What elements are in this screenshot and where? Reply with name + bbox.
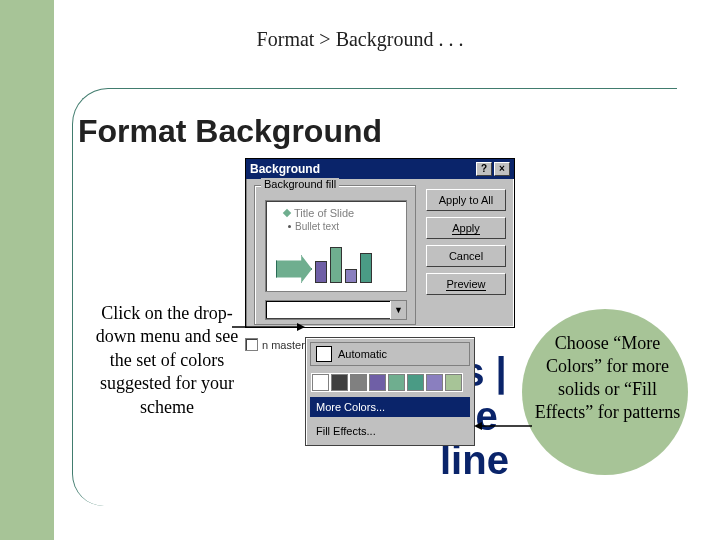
color-swatch-row — [310, 372, 470, 393]
apply-to-all-button[interactable]: Apply to All — [426, 189, 506, 211]
callout-arrow-right-icon — [474, 420, 534, 432]
color-swatch[interactable] — [445, 374, 462, 391]
apply-label: Apply — [452, 222, 480, 235]
svg-marker-1 — [297, 323, 305, 331]
slide-accent-bar — [0, 0, 54, 540]
automatic-swatch-icon — [316, 346, 332, 362]
help-button[interactable]: ? — [476, 162, 492, 176]
preview-title-text: Title of Slide — [294, 207, 354, 219]
color-swatch[interactable] — [350, 374, 367, 391]
automatic-color-option[interactable]: Automatic — [310, 342, 470, 366]
checkbox-icon[interactable] — [245, 338, 258, 351]
dialog-button-column: Apply to All Apply Cancel Preview — [426, 189, 506, 295]
color-swatch[interactable] — [331, 374, 348, 391]
arrow-shape-icon — [276, 255, 312, 283]
preview-graphic — [276, 247, 372, 283]
preview-bullet-row: Bullet text — [274, 221, 398, 232]
bar-icon — [330, 247, 342, 283]
dialog-titlebar: Background ? × — [246, 159, 514, 179]
preview-title-row: Title of Slide — [274, 207, 398, 219]
more-colors-option[interactable]: More Colors... — [310, 397, 470, 417]
background-color-dropdown[interactable]: ▼ — [265, 300, 407, 320]
color-swatch[interactable] — [312, 374, 329, 391]
omit-master-checkbox-row[interactable]: n master — [245, 338, 305, 351]
page-title: Format Background — [78, 113, 382, 150]
diamond-icon — [283, 209, 291, 217]
close-button[interactable]: × — [494, 162, 510, 176]
apply-button[interactable]: Apply — [426, 217, 506, 239]
color-picker-popup: Automatic More Colors... Fill Effects... — [305, 337, 475, 446]
background-dialog: Background ? × Background fill Title of … — [245, 158, 515, 328]
callout-left: Click on the drop-down menu and see the … — [94, 302, 240, 419]
bar-icon — [345, 269, 357, 283]
preview-bullet-text: Bullet text — [295, 221, 339, 232]
color-swatch[interactable] — [426, 374, 443, 391]
svg-marker-3 — [474, 422, 482, 430]
slide-preview: Title of Slide Bullet text — [265, 200, 407, 292]
bar-icon — [315, 261, 327, 283]
bullet-icon — [288, 225, 291, 228]
bar-icon — [360, 253, 372, 283]
dialog-title: Background — [250, 162, 474, 176]
preview-button[interactable]: Preview — [426, 273, 506, 295]
breadcrumb: Format > Background . . . — [0, 28, 720, 51]
automatic-label: Automatic — [338, 348, 387, 360]
color-swatch[interactable] — [388, 374, 405, 391]
group-label: Background fill — [261, 178, 339, 190]
cancel-button[interactable]: Cancel — [426, 245, 506, 267]
omit-label-fragment: n master — [262, 339, 305, 351]
fill-effects-option[interactable]: Fill Effects... — [310, 421, 470, 441]
preview-label: Preview — [446, 278, 485, 291]
background-fill-group: Background fill Title of Slide Bullet te… — [254, 185, 416, 325]
callout-arrow-left-icon — [230, 321, 305, 333]
callout-right: Choose “More Colors” for more solids or … — [530, 332, 685, 424]
dialog-body: Background fill Title of Slide Bullet te… — [246, 179, 514, 327]
chevron-down-icon[interactable]: ▼ — [390, 301, 406, 319]
color-swatch[interactable] — [369, 374, 386, 391]
color-swatch[interactable] — [407, 374, 424, 391]
